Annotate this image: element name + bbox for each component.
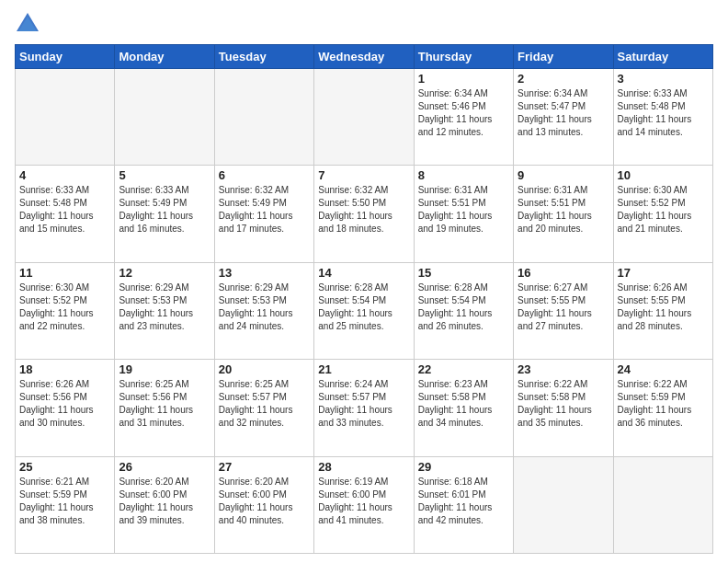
day-number: 15 bbox=[418, 266, 509, 280]
day-info: Sunrise: 6:33 AMSunset: 5:48 PMDaylight:… bbox=[19, 184, 110, 236]
day-info: Sunrise: 6:21 AMSunset: 5:59 PMDaylight:… bbox=[19, 476, 110, 527]
calendar-cell bbox=[214, 69, 313, 166]
calendar-cell: 20Sunrise: 6:25 AMSunset: 5:57 PMDayligh… bbox=[214, 360, 313, 456]
day-number: 5 bbox=[119, 168, 210, 182]
day-number: 13 bbox=[219, 266, 310, 280]
calendar-cell: 7Sunrise: 6:32 AMSunset: 5:50 PMDaylight… bbox=[314, 166, 414, 262]
header bbox=[15, 11, 713, 37]
calendar-cell: 9Sunrise: 6:31 AMSunset: 5:51 PMDaylight… bbox=[514, 166, 613, 262]
week-row-1: 4Sunrise: 6:33 AMSunset: 5:48 PMDaylight… bbox=[16, 166, 713, 262]
day-number: 28 bbox=[318, 460, 409, 474]
day-number: 1 bbox=[418, 72, 509, 86]
day-number: 23 bbox=[518, 362, 609, 376]
day-number: 26 bbox=[119, 460, 210, 474]
day-number: 3 bbox=[618, 72, 709, 86]
day-number: 18 bbox=[19, 362, 110, 376]
logo-icon bbox=[15, 11, 40, 37]
day-number: 11 bbox=[19, 266, 110, 280]
day-info: Sunrise: 6:31 AMSunset: 5:51 PMDaylight:… bbox=[418, 184, 509, 236]
day-info: Sunrise: 6:34 AMSunset: 5:46 PMDaylight:… bbox=[418, 87, 509, 139]
day-number: 9 bbox=[518, 168, 609, 182]
calendar-cell: 15Sunrise: 6:28 AMSunset: 5:54 PMDayligh… bbox=[414, 262, 513, 359]
day-info: Sunrise: 6:20 AMSunset: 6:00 PMDaylight:… bbox=[119, 476, 210, 527]
day-number: 19 bbox=[119, 362, 210, 376]
calendar-cell: 5Sunrise: 6:33 AMSunset: 5:49 PMDaylight… bbox=[115, 166, 214, 262]
day-number: 27 bbox=[219, 460, 310, 474]
calendar-cell bbox=[514, 456, 613, 553]
calendar-cell: 13Sunrise: 6:29 AMSunset: 5:53 PMDayligh… bbox=[214, 262, 313, 359]
day-number: 2 bbox=[518, 72, 609, 86]
day-info: Sunrise: 6:31 AMSunset: 5:51 PMDaylight:… bbox=[518, 184, 609, 236]
calendar-header-tuesday: Tuesday bbox=[214, 45, 313, 69]
calendar-cell bbox=[16, 69, 115, 166]
calendar-cell: 12Sunrise: 6:29 AMSunset: 5:53 PMDayligh… bbox=[115, 262, 214, 359]
calendar-header-sunday: Sunday bbox=[16, 45, 115, 69]
calendar-cell: 16Sunrise: 6:27 AMSunset: 5:55 PMDayligh… bbox=[514, 262, 613, 359]
day-number: 6 bbox=[219, 168, 310, 182]
calendar-cell: 26Sunrise: 6:20 AMSunset: 6:00 PMDayligh… bbox=[115, 456, 214, 553]
day-number: 24 bbox=[618, 362, 709, 376]
day-info: Sunrise: 6:22 AMSunset: 5:59 PMDaylight:… bbox=[618, 378, 709, 430]
day-info: Sunrise: 6:33 AMSunset: 5:48 PMDaylight:… bbox=[618, 87, 709, 139]
day-number: 10 bbox=[618, 168, 709, 182]
day-number: 8 bbox=[418, 168, 509, 182]
day-info: Sunrise: 6:26 AMSunset: 5:55 PMDaylight:… bbox=[618, 282, 709, 333]
day-number: 17 bbox=[618, 266, 709, 280]
day-info: Sunrise: 6:25 AMSunset: 5:56 PMDaylight:… bbox=[119, 378, 210, 430]
day-number: 7 bbox=[318, 168, 409, 182]
day-number: 21 bbox=[318, 362, 409, 376]
day-number: 25 bbox=[19, 460, 110, 474]
day-number: 16 bbox=[518, 266, 609, 280]
day-info: Sunrise: 6:25 AMSunset: 5:57 PMDaylight:… bbox=[219, 378, 310, 430]
calendar-cell bbox=[115, 69, 214, 166]
page: SundayMondayTuesdayWednesdayThursdayFrid… bbox=[0, 0, 728, 563]
day-number: 20 bbox=[219, 362, 310, 376]
calendar-cell bbox=[314, 69, 414, 166]
calendar-cell bbox=[613, 456, 712, 553]
day-info: Sunrise: 6:30 AMSunset: 5:52 PMDaylight:… bbox=[618, 184, 709, 236]
day-number: 12 bbox=[119, 266, 210, 280]
day-number: 4 bbox=[19, 168, 110, 182]
calendar-cell: 11Sunrise: 6:30 AMSunset: 5:52 PMDayligh… bbox=[16, 262, 115, 359]
day-info: Sunrise: 6:26 AMSunset: 5:56 PMDaylight:… bbox=[19, 378, 110, 430]
day-info: Sunrise: 6:30 AMSunset: 5:52 PMDaylight:… bbox=[19, 282, 110, 333]
calendar-cell: 3Sunrise: 6:33 AMSunset: 5:48 PMDaylight… bbox=[613, 69, 712, 166]
day-info: Sunrise: 6:20 AMSunset: 6:00 PMDaylight:… bbox=[219, 476, 310, 527]
calendar-header-friday: Friday bbox=[514, 45, 613, 69]
week-row-2: 11Sunrise: 6:30 AMSunset: 5:52 PMDayligh… bbox=[16, 262, 713, 359]
day-info: Sunrise: 6:34 AMSunset: 5:47 PMDaylight:… bbox=[518, 87, 609, 139]
calendar-cell: 23Sunrise: 6:22 AMSunset: 5:58 PMDayligh… bbox=[514, 360, 613, 456]
day-info: Sunrise: 6:32 AMSunset: 5:49 PMDaylight:… bbox=[219, 184, 310, 236]
calendar-cell: 1Sunrise: 6:34 AMSunset: 5:46 PMDaylight… bbox=[414, 69, 513, 166]
calendar-cell: 25Sunrise: 6:21 AMSunset: 5:59 PMDayligh… bbox=[16, 456, 115, 553]
week-row-0: 1Sunrise: 6:34 AMSunset: 5:46 PMDaylight… bbox=[16, 69, 713, 166]
day-number: 29 bbox=[418, 460, 509, 474]
calendar-cell: 6Sunrise: 6:32 AMSunset: 5:49 PMDaylight… bbox=[214, 166, 313, 262]
calendar-header-thursday: Thursday bbox=[414, 45, 513, 69]
day-number: 22 bbox=[418, 362, 509, 376]
calendar-cell: 14Sunrise: 6:28 AMSunset: 5:54 PMDayligh… bbox=[314, 262, 414, 359]
calendar-table: SundayMondayTuesdayWednesdayThursdayFrid… bbox=[15, 44, 713, 554]
week-row-4: 25Sunrise: 6:21 AMSunset: 5:59 PMDayligh… bbox=[16, 456, 713, 553]
calendar-cell: 27Sunrise: 6:20 AMSunset: 6:00 PMDayligh… bbox=[214, 456, 313, 553]
calendar-cell: 28Sunrise: 6:19 AMSunset: 6:00 PMDayligh… bbox=[314, 456, 414, 553]
calendar-cell: 24Sunrise: 6:22 AMSunset: 5:59 PMDayligh… bbox=[613, 360, 712, 456]
logo bbox=[15, 11, 44, 37]
day-info: Sunrise: 6:32 AMSunset: 5:50 PMDaylight:… bbox=[318, 184, 409, 236]
calendar-header-wednesday: Wednesday bbox=[314, 45, 414, 69]
calendar-header-monday: Monday bbox=[115, 45, 214, 69]
day-info: Sunrise: 6:27 AMSunset: 5:55 PMDaylight:… bbox=[518, 282, 609, 333]
calendar-cell: 29Sunrise: 6:18 AMSunset: 6:01 PMDayligh… bbox=[414, 456, 513, 553]
calendar-header-row: SundayMondayTuesdayWednesdayThursdayFrid… bbox=[16, 45, 713, 69]
calendar-cell: 10Sunrise: 6:30 AMSunset: 5:52 PMDayligh… bbox=[613, 166, 712, 262]
day-info: Sunrise: 6:33 AMSunset: 5:49 PMDaylight:… bbox=[119, 184, 210, 236]
day-info: Sunrise: 6:24 AMSunset: 5:57 PMDaylight:… bbox=[318, 378, 409, 430]
day-info: Sunrise: 6:18 AMSunset: 6:01 PMDaylight:… bbox=[418, 476, 509, 527]
day-info: Sunrise: 6:28 AMSunset: 5:54 PMDaylight:… bbox=[418, 282, 509, 333]
calendar-cell: 17Sunrise: 6:26 AMSunset: 5:55 PMDayligh… bbox=[613, 262, 712, 359]
calendar-header-saturday: Saturday bbox=[613, 45, 712, 69]
day-number: 14 bbox=[318, 266, 409, 280]
calendar-cell: 18Sunrise: 6:26 AMSunset: 5:56 PMDayligh… bbox=[16, 360, 115, 456]
day-info: Sunrise: 6:22 AMSunset: 5:58 PMDaylight:… bbox=[518, 378, 609, 430]
calendar-cell: 22Sunrise: 6:23 AMSunset: 5:58 PMDayligh… bbox=[414, 360, 513, 456]
